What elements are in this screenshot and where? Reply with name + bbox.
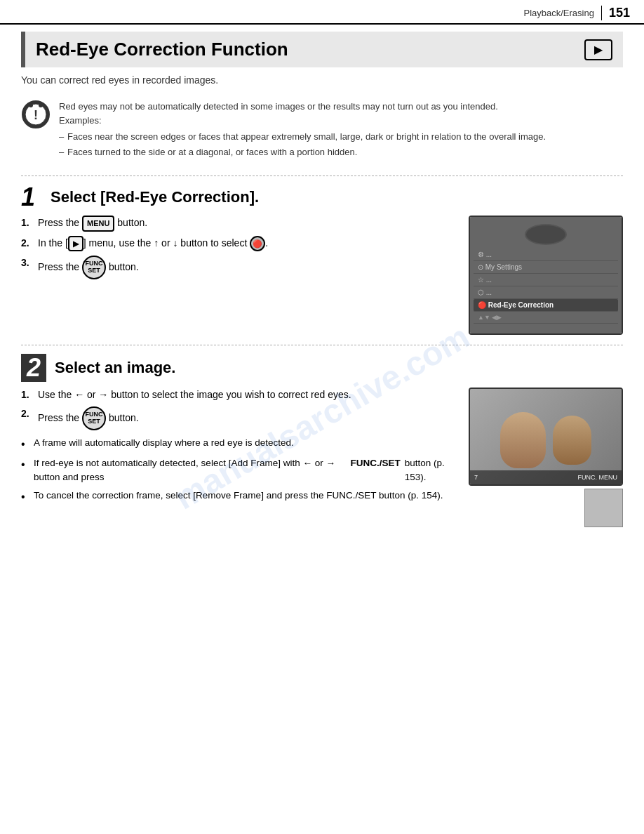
menu-row-1: ⚙ ...: [474, 249, 618, 261]
step1-number: 1: [21, 185, 42, 210]
warning-bullet-2: Faces turned to the side or at a diagona…: [59, 145, 546, 159]
menu-row-2: ⊙ My Settings: [474, 261, 618, 274]
svg-text:!: !: [34, 108, 38, 122]
page-container: Playback/Erasing 151 Red-Eye Correction …: [0, 0, 644, 834]
menu-row-redeye: 🔴 Red-Eye Correction: [474, 299, 618, 312]
warning-bullet-1: Faces near the screen edges or faces tha…: [59, 130, 546, 144]
step2-photo-image: 7 FUNC. MENU: [469, 388, 623, 486]
face-right: [553, 416, 591, 465]
subtitle-text: You can correct red eyes in recorded ima…: [21, 74, 623, 86]
warning-bullets: Faces near the screen edges or faces tha…: [59, 130, 546, 159]
menu-row-4: ⬡ ...: [474, 286, 618, 299]
step2-instructions-wrap: 1. Use the ← or → button to select the i…: [21, 388, 458, 509]
menu-oval-indicator: [525, 224, 567, 245]
step2-thumbnail: [584, 489, 623, 527]
warning-text: Red eyes may not be automatically detect…: [59, 100, 546, 160]
title-section: Red-Eye Correction Function ▶: [21, 32, 623, 67]
step2-title: Select an image.: [55, 359, 175, 377]
step2-images-col: 7 FUNC. MENU: [469, 388, 623, 527]
step2-number: 2: [21, 354, 46, 382]
menu-row-3: ☆ ...: [474, 274, 618, 286]
face-silhouettes: [500, 412, 591, 468]
step1-instructions: 1. Press the MENU button. 2. In the [▶] …: [21, 216, 458, 284]
step1-instruction-2: 2. In the [▶] menu, use the ↑ or ↓ butto…: [21, 236, 458, 252]
step2-bullet-2: If red-eye is not automatically detected…: [21, 456, 458, 485]
step2-content: 1. Use the ← or → button to select the i…: [21, 388, 623, 527]
step2-bullets: A frame will automatically display where…: [21, 436, 458, 505]
svg-point-3: [29, 103, 33, 107]
step1-header: 1 Select [Red-Eye Correction].: [21, 185, 623, 210]
menu-button-icon: MENU: [82, 216, 114, 232]
warning-icon: !: [21, 100, 51, 131]
warning-box: ! Red eyes may not be automatically dete…: [21, 94, 623, 166]
step2-section: 2 Select an image. 1. Use the ← or → but…: [21, 345, 623, 527]
step1-instruction-1: 1. Press the MENU button.: [21, 216, 458, 232]
step2-instruction-2: 2. Press the FUNCSET button.: [21, 406, 458, 430]
step2-instruction-1: 1. Use the ← or → button to select the i…: [21, 388, 458, 402]
redeye-select-icon: 🔴: [250, 236, 265, 251]
page-title: Red-Eye Correction Function: [36, 39, 288, 60]
step1-title: Select [Red-Eye Correction].: [51, 188, 259, 206]
svg-point-4: [39, 103, 43, 107]
step1-instruction-3: 3. Press the FUNCSET button.: [21, 256, 458, 279]
image-bottom-bar: 7 FUNC. MENU: [470, 470, 622, 484]
playback-menu-icon: ▶: [68, 236, 83, 252]
step1-content: 1. Press the MENU button. 2. In the [▶] …: [21, 216, 623, 335]
menu-row-bottom: ▲▼ ◀▶: [474, 312, 618, 324]
section-label: Playback/Erasing: [524, 8, 594, 18]
playback-icon: ▶: [584, 39, 612, 60]
page-number: 151: [601, 6, 630, 20]
page-header: Playback/Erasing 151: [0, 0, 644, 25]
step2-bullet-1: A frame will automatically display where…: [21, 436, 458, 453]
main-content: Red-Eye Correction Function ▶ You can co…: [0, 25, 644, 551]
step2-bullet-3: To cancel the correction frame, select […: [21, 489, 458, 505]
func-set-button-2: FUNCSET: [82, 406, 106, 430]
face-left: [500, 412, 546, 468]
step1-section: 1 Select [Red-Eye Correction]. 1. Press …: [21, 176, 623, 335]
step2-header: 2 Select an image.: [21, 354, 623, 382]
func-set-button-1: FUNCSET: [82, 256, 106, 279]
step1-menu-image: ⚙ ... ⊙ My Settings ☆ ... ⬡ ... 🔴 Red-E: [469, 216, 623, 335]
